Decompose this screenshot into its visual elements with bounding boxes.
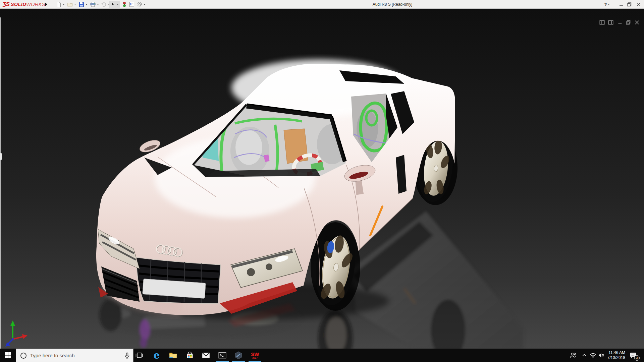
restore-icon bbox=[627, 2, 632, 7]
solidworks-logo-bold: SOLID bbox=[11, 2, 26, 7]
left-quarter-glass bbox=[144, 158, 172, 175]
store-icon bbox=[186, 351, 194, 359]
floor-reflection bbox=[99, 211, 523, 349]
close-icon bbox=[636, 2, 641, 7]
taskbar-task-view[interactable] bbox=[132, 349, 146, 362]
file-explorer-icon bbox=[169, 351, 177, 360]
engine-cover-vent bbox=[339, 70, 404, 84]
rear-right-wheel bbox=[413, 130, 458, 205]
windows-taskbar: e bbox=[0, 349, 644, 362]
right-headlight bbox=[231, 249, 303, 288]
taskbar-file-explorer[interactable] bbox=[166, 349, 180, 362]
tray-hidden-icons-button[interactable] bbox=[581, 352, 587, 359]
solidworks-logo-mark: ƷS bbox=[3, 1, 9, 8]
doc-close-button[interactable] bbox=[634, 19, 640, 25]
license-plate bbox=[143, 279, 206, 299]
command-prompt-icon bbox=[218, 351, 227, 360]
display-options-icon bbox=[129, 1, 135, 7]
undo-button[interactable] bbox=[101, 1, 110, 8]
dropdown-caret[interactable] bbox=[97, 4, 99, 5]
tray-clock[interactable]: 11:46 AM 7/13/2018 bbox=[604, 350, 625, 360]
dropdown-caret[interactable] bbox=[63, 4, 65, 5]
people-icon bbox=[569, 352, 577, 359]
car-scene bbox=[0, 9, 644, 349]
taskbar-hexagon-app[interactable] bbox=[232, 349, 245, 362]
steering-wheel bbox=[291, 152, 323, 178]
pane-left-icon bbox=[600, 20, 604, 24]
sideblade-intake bbox=[396, 155, 407, 194]
new-document-icon bbox=[56, 1, 62, 7]
panel-expand-tab[interactable] bbox=[0, 153, 2, 160]
windshield bbox=[193, 105, 347, 187]
start-button[interactable] bbox=[0, 349, 16, 362]
wifi-icon bbox=[589, 352, 597, 359]
select-tool-button[interactable] bbox=[109, 1, 120, 8]
stoplight-button[interactable] bbox=[121, 1, 127, 8]
dropdown-caret[interactable] bbox=[608, 4, 610, 5]
mail-icon bbox=[202, 351, 210, 360]
front-grille bbox=[137, 257, 221, 304]
help-icon: ? bbox=[604, 2, 607, 7]
taskbar-search[interactable] bbox=[16, 349, 133, 362]
undo-icon bbox=[101, 1, 107, 7]
sw-year: 2017 bbox=[251, 357, 259, 359]
window-title: Audi R8 S [Read-only] bbox=[349, 2, 436, 7]
dropdown-caret[interactable] bbox=[117, 4, 119, 5]
dropdown-caret[interactable] bbox=[86, 4, 88, 5]
new-document-button[interactable] bbox=[56, 1, 65, 8]
save-button[interactable] bbox=[78, 1, 88, 8]
clock-time: 11:46 AM bbox=[604, 350, 625, 355]
car-body bbox=[96, 59, 455, 315]
triad-z-axis bbox=[8, 339, 13, 344]
doc-pane-right-button[interactable] bbox=[608, 19, 614, 25]
options-button[interactable] bbox=[137, 1, 146, 8]
taskbar-command-prompt[interactable] bbox=[216, 349, 229, 362]
minimize-icon bbox=[619, 2, 624, 7]
cortana-icon bbox=[20, 352, 27, 359]
microphone-icon[interactable] bbox=[124, 352, 130, 359]
action-center-button[interactable]: 4 bbox=[629, 351, 638, 359]
menu-flyout-button[interactable] bbox=[44, 2, 48, 7]
dropdown-caret[interactable] bbox=[144, 4, 146, 5]
chevron-up-icon bbox=[581, 352, 587, 359]
gear-icon bbox=[137, 1, 143, 7]
solidworks-logo[interactable]: ƷS SOLID WORKS bbox=[3, 1, 45, 8]
orientation-triad bbox=[5, 320, 28, 347]
left-fog-intake bbox=[101, 266, 140, 302]
audi-rings-emblem bbox=[157, 245, 182, 257]
task-view-icon bbox=[135, 351, 143, 359]
hexagon-app-icon bbox=[234, 351, 243, 360]
flyout-arrow-icon bbox=[45, 2, 47, 6]
open-folder-icon bbox=[67, 1, 73, 7]
print-button[interactable] bbox=[90, 1, 99, 8]
restore-button[interactable] bbox=[625, 0, 633, 8]
clock-date: 7/13/2018 bbox=[604, 355, 625, 360]
tray-wifi-button[interactable] bbox=[589, 352, 597, 359]
front-right-wheel bbox=[311, 222, 360, 311]
taskbar-edge[interactable]: e bbox=[150, 349, 163, 362]
tray-people-button[interactable] bbox=[569, 352, 577, 359]
graphics-viewport[interactable]: *Dimetric bbox=[0, 9, 644, 349]
left-headlight bbox=[98, 229, 140, 269]
open-document-button[interactable] bbox=[67, 1, 76, 8]
search-input[interactable] bbox=[30, 353, 117, 358]
doc-pane-left-button[interactable] bbox=[599, 19, 605, 25]
taskbar-store[interactable] bbox=[183, 349, 197, 362]
title-bar: ƷS SOLID WORKS bbox=[0, 0, 644, 9]
side-window bbox=[351, 94, 397, 162]
taskbar-solidworks[interactable]: SW 2017 bbox=[248, 349, 262, 362]
notification-badge: 4 bbox=[634, 355, 640, 361]
orange-door-stripe bbox=[370, 206, 382, 235]
close-button[interactable] bbox=[635, 0, 643, 8]
save-floppy-icon bbox=[78, 1, 85, 7]
display-options-button[interactable] bbox=[129, 1, 135, 8]
doc-minimize-button[interactable] bbox=[617, 19, 623, 25]
triad-x-axis bbox=[13, 337, 23, 339]
taskbar-mail[interactable] bbox=[199, 349, 213, 362]
collapsed-panel-strip[interactable] bbox=[0, 17, 1, 357]
dropdown-caret[interactable] bbox=[74, 4, 76, 5]
doc-restore-button[interactable] bbox=[625, 19, 631, 25]
help-button[interactable]: ? bbox=[603, 0, 611, 8]
edge-icon: e bbox=[154, 351, 160, 359]
minimize-button[interactable] bbox=[617, 0, 625, 8]
